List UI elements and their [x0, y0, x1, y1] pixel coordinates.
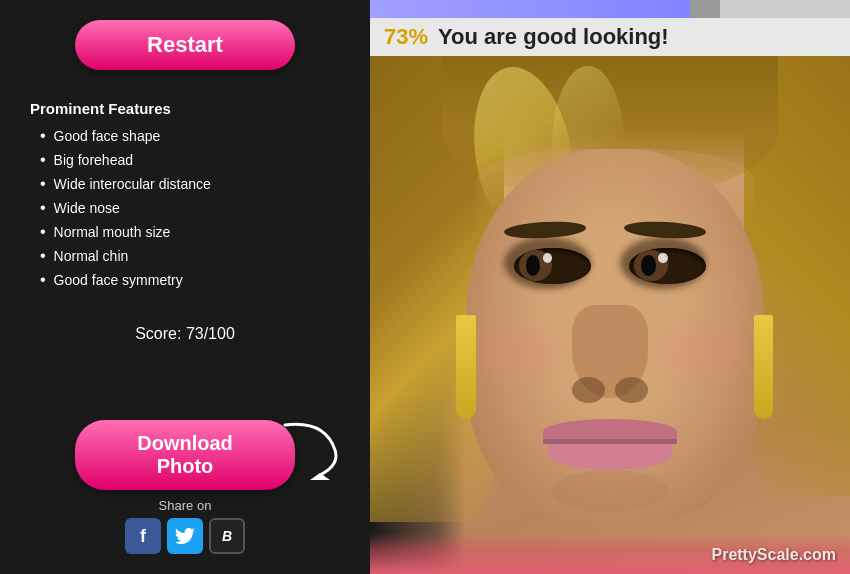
progress-bar-thumb [690, 0, 720, 18]
twitter-button[interactable] [167, 518, 203, 554]
list-item: Normal mouth size [40, 223, 211, 241]
download-photo-button[interactable]: Download Photo [75, 420, 295, 490]
list-item: Wide interocular distance [40, 175, 211, 193]
bookmark-button[interactable]: B [209, 518, 245, 554]
bottom-section: Download Photo Share on f B [30, 420, 340, 554]
percent-label: 73% [384, 24, 428, 50]
list-item: Normal chin [40, 247, 211, 265]
list-item: Good face symmetry [40, 271, 211, 289]
facebook-button[interactable]: f [125, 518, 161, 554]
result-label: You are good looking! [438, 24, 669, 50]
share-section: Share on f B [125, 498, 245, 554]
progress-bar-fill [370, 0, 720, 18]
right-panel: 73% You are good looking! [370, 0, 850, 574]
progress-bar-container [370, 0, 850, 18]
svg-marker-0 [310, 473, 330, 480]
list-item: Good face shape [40, 127, 211, 145]
twitter-icon [175, 528, 195, 544]
social-buttons: f B [125, 518, 245, 554]
face-image-container: PrettyScale.com [370, 56, 850, 574]
list-item: Big forehead [40, 151, 211, 169]
arrow-icon [275, 415, 355, 485]
left-panel: Restart Prominent Features Good face sha… [0, 0, 370, 574]
score-text: Score: 73/100 [135, 325, 235, 343]
list-item: Wide nose [40, 199, 211, 217]
features-title: Prominent Features [30, 100, 171, 117]
features-list: Good face shape Big forehead Wide intero… [30, 127, 211, 295]
watermark: PrettyScale.com [711, 546, 836, 564]
share-label: Share on [159, 498, 212, 513]
face-placeholder: PrettyScale.com [370, 56, 850, 574]
result-bar: 73% You are good looking! [370, 18, 850, 56]
restart-button[interactable]: Restart [75, 20, 295, 70]
